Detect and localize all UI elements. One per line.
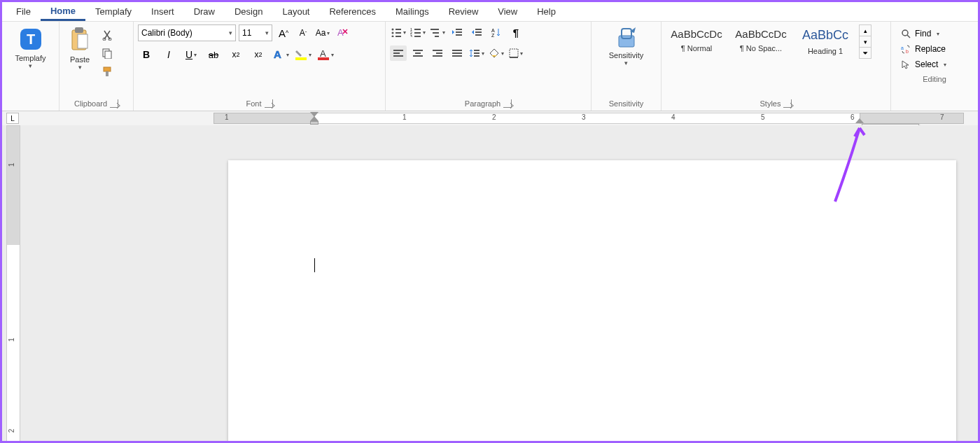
superscript-button[interactable]: x2 (250, 47, 267, 62)
style-no-spacing[interactable]: AaBbCcDc ¶ No Spac... (730, 24, 792, 59)
svg-rect-34 (475, 29, 482, 30)
text-cursor (314, 258, 315, 272)
numbering-button[interactable]: 123▾ (410, 24, 426, 40)
svg-rect-32 (456, 31, 462, 33)
indent-markers[interactable] (310, 112, 318, 125)
show-marks-button[interactable]: ¶ (507, 24, 524, 40)
search-icon (901, 29, 911, 38)
tab-design[interactable]: Design (225, 3, 272, 20)
bullets-button[interactable]: ▾ (390, 24, 407, 40)
font-color-button[interactable]: A▾ (317, 47, 334, 62)
tab-draw[interactable]: Draw (184, 3, 225, 20)
style-heading1[interactable]: AaBbCc Heading 1 (794, 24, 856, 59)
strikethrough-button[interactable]: ab (205, 47, 222, 62)
chevron-down-icon: ▾ (29, 62, 32, 69)
bold-button[interactable]: B (138, 47, 155, 62)
styles-down-button[interactable]: ▾ (860, 36, 871, 48)
svg-rect-33 (456, 34, 462, 36)
svg-rect-17 (396, 29, 401, 30)
justify-button[interactable] (449, 45, 465, 61)
styles-launcher[interactable] (783, 99, 792, 108)
font-size-combo[interactable]: 11▾ (239, 24, 272, 41)
multilevel-list-button[interactable]: ▾ (429, 24, 446, 40)
font-name-combo[interactable]: Calibri (Body)▾ (138, 24, 236, 41)
right-margin-area[interactable] (860, 113, 964, 124)
font-group-label: Font (246, 99, 261, 108)
templafy-button[interactable]: T Templafy ▾ (10, 24, 50, 71)
change-case-button[interactable]: Aa▾ (314, 25, 331, 41)
line-spacing-button[interactable]: ▾ (468, 45, 485, 61)
tab-file[interactable]: File (6, 3, 41, 20)
vertical-ruler[interactable]: 1 1 2 (6, 125, 20, 443)
tab-help[interactable]: Help (527, 3, 566, 20)
svg-rect-53 (474, 55, 479, 57)
highlight-button[interactable]: ▾ (295, 47, 312, 62)
paste-button[interactable]: Paste ▾ (64, 24, 96, 72)
svg-rect-50 (452, 55, 462, 57)
font-launcher[interactable] (265, 99, 273, 108)
tab-insert[interactable]: Insert (141, 3, 184, 20)
sensitivity-button[interactable]: Sensitivity ▾ (605, 24, 648, 68)
svg-rect-41 (393, 55, 403, 57)
align-left-button[interactable] (390, 45, 407, 61)
chevron-down-icon: ▾ (78, 64, 82, 71)
style-normal[interactable]: AaBbCcDc ¶ Normal (666, 24, 727, 59)
increase-indent-button[interactable] (468, 24, 485, 40)
tab-selector[interactable]: L (6, 113, 19, 124)
find-button[interactable]: Find▾ (898, 27, 971, 40)
svg-rect-36 (475, 34, 482, 36)
borders-button[interactable]: ▾ (507, 45, 524, 61)
svg-rect-46 (436, 52, 442, 54)
text-effects-button[interactable]: A▾ (272, 47, 289, 62)
subscript-button[interactable]: x2 (227, 47, 244, 62)
svg-rect-9 (104, 67, 111, 71)
underline-button[interactable]: U▾ (183, 47, 200, 62)
tab-review[interactable]: Review (439, 3, 489, 20)
page[interactable] (228, 160, 956, 443)
svg-rect-35 (475, 31, 482, 33)
italic-button[interactable]: I (160, 47, 177, 62)
svg-text:A: A (337, 27, 344, 38)
tab-mailings[interactable]: Mailings (386, 3, 439, 20)
cut-button[interactable] (99, 27, 115, 43)
clear-formatting-button[interactable]: A (334, 25, 351, 41)
align-center-button[interactable] (410, 45, 426, 61)
decrease-indent-button[interactable] (449, 24, 465, 40)
tab-templafy[interactable]: Templafy (85, 3, 141, 20)
svg-rect-10 (106, 71, 108, 76)
grow-font-button[interactable]: A^ (275, 25, 292, 41)
select-button[interactable]: Select▾ (898, 58, 971, 71)
tab-layout[interactable]: Layout (272, 3, 319, 20)
styles-more-button[interactable]: ⏷ (860, 48, 871, 58)
svg-point-58 (902, 30, 908, 36)
paste-label: Paste (70, 55, 90, 64)
tab-references[interactable]: References (319, 3, 385, 20)
svg-rect-25 (414, 32, 421, 34)
svg-rect-27 (414, 36, 421, 37)
document-area: 1 1 2 (2, 125, 978, 443)
tab-view[interactable]: View (488, 3, 527, 20)
shading-button[interactable]: ▾ (488, 45, 505, 61)
tab-home[interactable]: Home (41, 3, 85, 21)
replace-button[interactable]: ab Replace (898, 43, 971, 55)
format-painter-button[interactable] (99, 64, 115, 79)
svg-rect-48 (452, 50, 462, 51)
svg-rect-21 (396, 36, 401, 37)
clipboard-launcher[interactable] (110, 99, 118, 108)
svg-text:A: A (274, 48, 281, 60)
svg-rect-31 (456, 29, 462, 30)
sort-button[interactable]: AZ (488, 24, 505, 40)
svg-rect-49 (452, 52, 462, 54)
styles-up-button[interactable]: ▴ (860, 25, 871, 36)
paragraph-launcher[interactable] (503, 99, 512, 108)
align-right-button[interactable] (429, 45, 446, 61)
svg-text:3: 3 (410, 34, 412, 37)
shrink-font-button[interactable]: Aˇ (295, 25, 312, 41)
copy-button[interactable] (99, 45, 115, 61)
chevron-down-icon: ▾ (624, 59, 628, 66)
ribbon: T Templafy ▾ Paste ▾ Clipboard Ca (2, 22, 978, 111)
horizontal-ruler[interactable]: L 1 1 2 3 4 5 6 7 Right Margin (2, 111, 978, 125)
svg-point-20 (392, 36, 394, 38)
styles-group-label: Styles (760, 99, 781, 108)
right-indent-marker[interactable] (855, 118, 864, 123)
